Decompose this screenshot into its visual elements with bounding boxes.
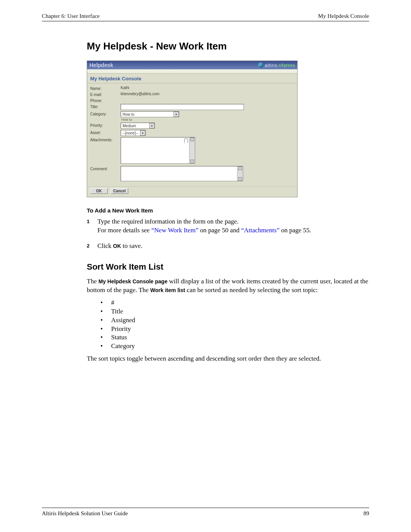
form-area: Name: Kathi E-mail: khennebry@altiris.co… (87, 83, 297, 186)
list-item: Title (100, 307, 369, 316)
app-subtitle: My Helpdesk Console (87, 73, 297, 83)
brand-name: altiris (264, 62, 277, 68)
paperclip-icon (184, 138, 188, 143)
label-email: E-mail: (90, 92, 121, 97)
step1-mid2: on page 55. (279, 227, 311, 234)
label-priority: Priority: (90, 123, 121, 128)
app-title: Helpdesk (89, 62, 113, 68)
helpdesk-app-screenshot: Helpdesk altiris eXpress My Helpdesk Con… (87, 61, 298, 197)
step1-mid1: on page 50 and (199, 227, 241, 234)
header-rule (42, 21, 369, 21)
asset-select[interactable]: --[none]-- ▾ (121, 130, 146, 136)
brand-suffix: eXpress (279, 63, 295, 67)
list-item: Priority (100, 325, 369, 334)
attachments-box[interactable] (121, 137, 195, 164)
list-item: Assigned (100, 316, 369, 325)
chevron-down-icon: ▾ (149, 123, 155, 128)
category-value: How to (123, 112, 134, 117)
step-number: 2 (87, 243, 89, 249)
header-right: My Helpdesk Console (318, 13, 369, 19)
label-comment: Comment: (90, 166, 121, 171)
scrollbar[interactable] (237, 166, 243, 181)
header-left: Chapter 6: User Interface (42, 13, 100, 19)
label-category: Category: (90, 111, 121, 116)
list-item: # (100, 299, 369, 307)
step-2: 2 Click OK to save. (87, 242, 369, 251)
list-item: Status (100, 333, 369, 342)
step-1: 1 Type the required information in the f… (87, 217, 369, 235)
section2-title: Sort Work Item List (87, 262, 369, 272)
comment-box[interactable] (121, 166, 243, 181)
category-select[interactable]: How to ▾ (121, 111, 179, 117)
chevron-down-icon: ▾ (140, 130, 145, 136)
section-title: My Helpdesk - New Work Item (87, 40, 369, 52)
chevron-down-icon: ▾ (174, 112, 179, 117)
priority-select[interactable]: Medium ▾ (121, 123, 155, 129)
value-email: khennebry@altiris.com (121, 92, 159, 96)
label-phone: Phone: (90, 98, 121, 103)
globe-icon (258, 62, 263, 68)
priority-value: Medium (123, 124, 136, 128)
label-title: Title: (90, 104, 121, 109)
app-subbar (87, 69, 297, 73)
label-name: Name: (90, 86, 121, 91)
link-new-work-item[interactable]: “New Work Item” (151, 227, 199, 234)
scrollbar[interactable] (189, 137, 195, 163)
label-asset: Asset: (90, 130, 121, 135)
procedure-title: To Add a New Work Item (87, 207, 369, 214)
step2-pre: Click (97, 242, 113, 249)
label-attachments: Attachments: (90, 137, 121, 142)
app-titlebar: Helpdesk altiris eXpress (87, 61, 297, 69)
step-number: 1 (87, 218, 89, 225)
footer-left: Altiris Helpdesk Solution User Guide (42, 510, 128, 517)
step1-text-b-pre: For more details see (97, 227, 151, 234)
ok-button[interactable]: OK (90, 188, 108, 194)
cancel-button[interactable]: Cancel (111, 188, 128, 194)
bold-console-page: My Helpdesk Console page (99, 278, 167, 284)
sort-paragraph-2: The sort topics toggle between ascending… (87, 355, 369, 363)
value-name: Kathi (121, 86, 129, 90)
brand: altiris eXpress (258, 62, 295, 68)
step2-ok: OK (113, 243, 121, 249)
category-hint: How to (121, 118, 179, 121)
sort-paragraph-1: The My Helpdesk Console page will displa… (87, 277, 369, 295)
asset-value: --[none]-- (123, 131, 138, 135)
bold-work-item-list: Work item list (150, 287, 185, 293)
step2-post: to save. (121, 242, 142, 249)
list-item: Category (100, 342, 369, 351)
link-attachments[interactable]: “Attachments” (241, 227, 279, 234)
sort-topic-list: # Title Assigned Priority Status Categor… (100, 299, 369, 351)
title-input[interactable] (121, 104, 244, 110)
button-bar: OK Cancel (87, 186, 297, 197)
step1-text-a: Type the required information in the for… (97, 218, 239, 225)
footer-right: 89 (363, 510, 369, 517)
